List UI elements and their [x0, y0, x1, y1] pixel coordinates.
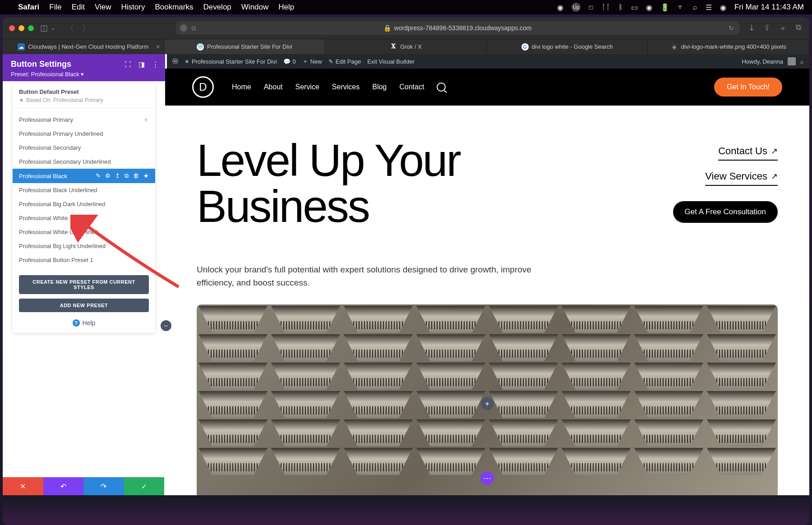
preset-professional-secondary[interactable]: Professional Secondary [13, 141, 155, 155]
wifi-icon[interactable]: ᯤ [678, 3, 685, 11]
clock[interactable]: Fri Mar 14 11:43 AM [734, 3, 804, 12]
screen-mirror-icon[interactable]: ⏍ [589, 3, 593, 11]
redo-button[interactable]: ↷ [83, 477, 124, 495]
battery-icon[interactable]: 🔋 [660, 3, 669, 12]
wp-comments[interactable]: 💬 0 [283, 58, 296, 65]
menu-develop[interactable]: Develop [203, 3, 231, 12]
help-link[interactable]: ? Help [13, 319, 155, 327]
recording-icon[interactable]: ◉ [557, 3, 563, 12]
safari-toolbar: ◫ ⌄ 〈 〉 G ⊟ 🔒 wordpress-784896-5338819.c… [3, 17, 809, 39]
add-module-button[interactable]: ＋ [481, 397, 494, 410]
menu-view[interactable]: View [95, 3, 111, 12]
menu-help[interactable]: Help [278, 3, 294, 12]
nav-home[interactable]: Home [232, 83, 251, 91]
menu-window[interactable]: Window [241, 3, 268, 12]
trash-icon[interactable]: 🗑 [133, 172, 139, 180]
preset-dropdown[interactable]: Preset: Professional Black ▾ [11, 71, 159, 78]
preset-professional-big-light-underlined[interactable]: Professional Big Light Underlined [13, 239, 155, 253]
edit-icon[interactable]: ✎ [96, 172, 101, 180]
zoom-window-button[interactable] [28, 25, 34, 31]
duplicate-icon[interactable]: ⧉ [125, 172, 129, 180]
download-icon[interactable]: ⤓ [748, 23, 755, 33]
star-icon[interactable]: ★ [143, 116, 149, 123]
tab-google[interactable]: G divi logo white - Google Search [487, 39, 648, 54]
app-menu[interactable]: Safari [18, 3, 39, 12]
tab-cloudways[interactable]: ☁ Cloudways | Next-Gen Cloud Hosting Pla… [3, 39, 164, 54]
panel-resize-handle[interactable]: ↔ [161, 320, 171, 331]
display-icon[interactable]: ▭ [631, 3, 638, 12]
search-icon[interactable] [437, 83, 446, 92]
star-icon[interactable]: ★ [143, 172, 149, 180]
nav-blog[interactable]: Blog [372, 83, 387, 91]
nav-about[interactable]: About [264, 83, 283, 91]
menu-file[interactable]: File [49, 3, 61, 12]
siri-icon[interactable]: ◉ [720, 3, 726, 12]
grammarly-icon[interactable]: G [180, 24, 188, 32]
menu-edit[interactable]: Edit [72, 3, 85, 12]
snap-icon[interactable]: ◨ [138, 60, 145, 69]
minimize-window-button[interactable] [18, 25, 24, 31]
refresh-icon[interactable]: ↻ [729, 24, 734, 32]
tab-grok[interactable]: 𝕏 Grok / X [325, 39, 487, 54]
tab-group-chevron-icon[interactable]: ⌄ [51, 25, 55, 31]
wp-howdy[interactable]: Howdy, Deanna [742, 58, 783, 65]
menu-history[interactable]: History [121, 3, 145, 12]
preset-professional-button-preset-1[interactable]: Professional Button Preset 1 [13, 253, 155, 267]
expand-icon[interactable]: ⛶ [125, 60, 131, 69]
wp-exit-vb[interactable]: Exit Visual Builder [367, 58, 415, 65]
preset-professional-primary[interactable]: Professional Primary ★ [13, 113, 155, 127]
upwork-icon[interactable]: Up [572, 3, 581, 12]
save-button[interactable]: ✓ [124, 477, 165, 495]
nav-services[interactable]: Services [332, 83, 360, 91]
reader-icon[interactable]: ⊟ [191, 25, 196, 32]
avatar[interactable] [788, 57, 796, 65]
search-icon[interactable]: ⌕ [800, 58, 804, 65]
preset-default-block[interactable]: Button Default Preset ★ Based On: Profes… [13, 83, 155, 108]
divi-site-link[interactable]: ✴ Professional Starter Site For Divi [185, 58, 277, 65]
add-preset-button[interactable]: ADD NEW PRESET [19, 299, 149, 312]
preset-professional-white-underlined[interactable]: Professional White Underlined [13, 225, 155, 239]
nav-contact[interactable]: Contact [399, 83, 424, 91]
get-in-touch-button[interactable]: Get In Touch! [714, 78, 782, 97]
address-bar[interactable]: G ⊟ 🔒 wordpress-784896-5338819.cloudways… [176, 21, 739, 35]
menu-bookmarks[interactable]: Bookmarks [155, 3, 193, 12]
sidebar-toggle-icon[interactable]: ◫ [40, 23, 48, 33]
nav-service[interactable]: Service [295, 83, 319, 91]
undo-button[interactable]: ↶ [43, 477, 84, 495]
control-center-icon[interactable]: ☰ [706, 3, 712, 12]
wp-new[interactable]: ＋ New [302, 57, 322, 65]
export-icon[interactable]: ↥ [115, 172, 120, 180]
contact-us-link[interactable]: Contact Us ↗ [718, 145, 778, 161]
preset-professional-primary-underlined[interactable]: Professional Primary Underlined [13, 127, 155, 141]
more-icon[interactable]: ⋮ [152, 60, 159, 69]
free-consultation-button[interactable]: Get A Free Consultation [673, 201, 778, 223]
tab-divi-site[interactable]: ⓦ Professional Starter Site For Divi [164, 39, 326, 54]
cancel-button[interactable]: ✕ [3, 477, 43, 495]
hero-image[interactable]: ＋ ⋯ [197, 304, 778, 495]
more-options-button[interactable]: ⋯ [480, 471, 494, 485]
preset-professional-black-underlined[interactable]: Professional Black Underlined [13, 183, 155, 197]
new-tab-icon[interactable]: ＋ [779, 23, 787, 33]
divi-bottom-bar: ✕ ↶ ↷ ✓ [3, 477, 164, 495]
tabs-icon[interactable]: ⧉ [796, 23, 801, 33]
wp-logo-icon[interactable]: ⓦ [172, 57, 178, 65]
wp-edit-page[interactable]: ✎ Edit Page [328, 58, 361, 65]
preset-professional-black[interactable]: Professional Black ✎ ⚙ ↥ ⧉ 🗑 ★ [13, 169, 155, 183]
preset-professional-big-dark-underlined[interactable]: Professional Big Dark Underlined [13, 197, 155, 211]
create-preset-button[interactable]: CREATE NEW PRESET FROM CURRENT STYLES [19, 275, 149, 294]
close-window-button[interactable] [9, 25, 15, 31]
preset-professional-white[interactable]: Professional White [13, 211, 155, 225]
preset-professional-secondary-underlined[interactable]: Professional Secondary Underlined [13, 155, 155, 169]
bluetooth-icon[interactable]: ᛒ [618, 3, 623, 11]
user-icon[interactable]: ◉ [646, 3, 652, 12]
view-services-link[interactable]: View Services ↗ [705, 170, 778, 186]
share-icon[interactable]: ⇪ [764, 23, 770, 33]
airpods-icon[interactable]: ᛙᛙ [601, 3, 610, 11]
spotlight-icon[interactable]: ⌕ [693, 3, 697, 11]
gear-icon[interactable]: ⚙ [105, 172, 111, 180]
tab-divi-logo-png[interactable]: ◆ divi-logo-mark-white.png 400×400 pixel… [648, 39, 809, 54]
forward-button[interactable]: 〉 [82, 23, 90, 33]
site-logo[interactable]: D [192, 76, 214, 98]
close-tab-icon[interactable]: ✕ [156, 44, 160, 50]
back-button[interactable]: 〈 [66, 23, 74, 33]
